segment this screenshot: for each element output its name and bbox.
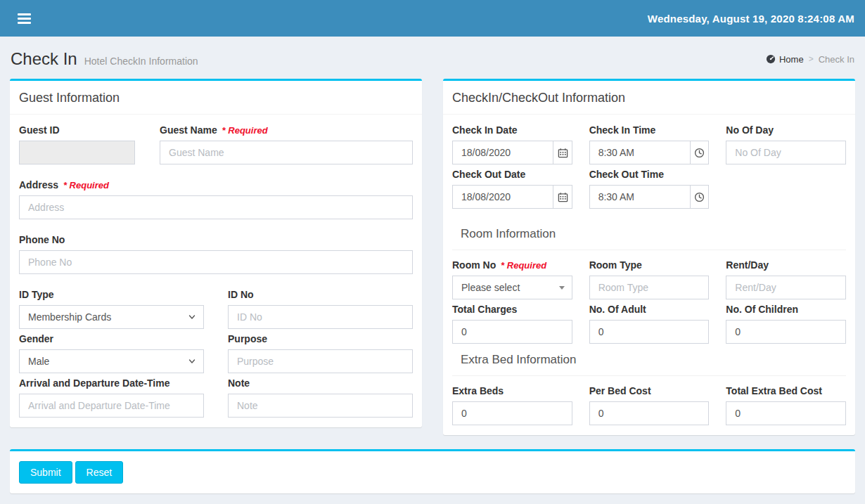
check-out-time-picker-button[interactable] bbox=[690, 185, 709, 209]
dashboard-icon bbox=[766, 54, 776, 64]
check-in-date-label: Check In Date bbox=[452, 124, 572, 136]
breadcrumb: Home > Check In bbox=[766, 54, 854, 65]
breadcrumb-home-link[interactable]: Home bbox=[766, 54, 804, 65]
room-type-field-group: Room Type bbox=[589, 259, 710, 299]
guest-name-input[interactable] bbox=[160, 141, 413, 164]
breadcrumb-current: Check In bbox=[819, 54, 854, 65]
room-information-heading: Room Information bbox=[452, 227, 846, 250]
check-out-date-input[interactable] bbox=[452, 185, 553, 209]
arrival-departure-field-group: Arrival and Departure Date-Time bbox=[19, 377, 204, 418]
checkin-checkout-panel: CheckIn/CheckOut Information Check In Da… bbox=[443, 79, 855, 435]
phone-input[interactable] bbox=[19, 250, 413, 274]
room-type-input[interactable] bbox=[589, 276, 710, 299]
purpose-label: Purpose bbox=[228, 333, 413, 344]
address-field-group: Address * Required bbox=[19, 179, 413, 219]
per-bed-cost-label: Per Bed Cost bbox=[589, 385, 710, 396]
hamburger-icon bbox=[18, 22, 31, 24]
clock-icon bbox=[694, 192, 705, 202]
room-no-field-group: Room No * Required Please select bbox=[452, 259, 572, 299]
no-of-children-label: No. Of Children bbox=[726, 304, 846, 315]
per-bed-cost-input[interactable] bbox=[589, 401, 710, 425]
checkinout-panel-header: CheckIn/CheckOut Information bbox=[443, 81, 855, 115]
per-bed-cost-field-group: Per Bed Cost bbox=[589, 385, 710, 425]
check-out-date-picker-button[interactable] bbox=[553, 185, 572, 209]
id-type-select[interactable]: Membership Cards bbox=[19, 305, 204, 329]
check-out-date-label: Check Out Date bbox=[452, 169, 572, 180]
id-type-field-group: ID Type Membership Cards bbox=[19, 289, 204, 329]
calendar-icon bbox=[558, 148, 568, 158]
phone-field-group: Phone No bbox=[19, 234, 413, 274]
address-input[interactable] bbox=[19, 195, 413, 219]
no-of-adult-input[interactable] bbox=[589, 320, 710, 344]
extra-beds-label: Extra Beds bbox=[452, 385, 572, 396]
check-in-date-input[interactable] bbox=[452, 141, 553, 164]
total-extra-bed-cost-field-group: Total Extra Bed Cost bbox=[726, 385, 846, 425]
guest-name-label: Guest Name * Required bbox=[160, 124, 413, 136]
page-header: Check In Hotel CheckIn Information Home … bbox=[10, 37, 855, 79]
calendar-icon bbox=[558, 192, 568, 202]
id-no-input[interactable] bbox=[228, 305, 413, 329]
guest-panel-title: Guest Information bbox=[19, 91, 413, 105]
total-charges-input[interactable] bbox=[452, 320, 572, 344]
extra-bed-information-heading: Extra Bed Information bbox=[452, 353, 846, 376]
check-in-time-field-group: Check In Time bbox=[589, 124, 710, 164]
extra-beds-input[interactable] bbox=[452, 401, 572, 425]
note-label: Note bbox=[228, 377, 413, 389]
clock-icon bbox=[694, 148, 705, 158]
datetime-display: Wednesday, August 19, 2020 8:24:08 AM bbox=[648, 13, 854, 25]
room-no-label: Room No * Required bbox=[452, 259, 572, 271]
hamburger-icon bbox=[18, 18, 31, 20]
check-in-time-label: Check In Time bbox=[589, 124, 710, 136]
total-extra-bed-cost-input[interactable] bbox=[726, 401, 846, 425]
arrival-departure-label: Arrival and Departure Date-Time bbox=[19, 377, 204, 389]
extra-beds-field-group: Extra Beds bbox=[452, 385, 572, 425]
no-of-children-input[interactable] bbox=[726, 320, 846, 344]
note-field-group: Note bbox=[228, 377, 413, 418]
id-no-field-group: ID No bbox=[228, 289, 413, 329]
arrival-departure-input[interactable] bbox=[19, 394, 204, 418]
sidebar-toggle-button[interactable] bbox=[11, 6, 39, 31]
page-subtitle: Hotel CheckIn Information bbox=[84, 56, 198, 67]
breadcrumb-separator: > bbox=[809, 54, 814, 64]
gender-select[interactable]: Male bbox=[19, 349, 204, 373]
top-navbar: Wednesday, August 19, 2020 8:24:08 AM bbox=[0, 0, 865, 37]
check-in-time-input[interactable] bbox=[589, 141, 690, 164]
check-out-date-field-group: Check Out Date bbox=[452, 169, 572, 209]
purpose-input[interactable] bbox=[228, 349, 413, 373]
check-out-time-input[interactable] bbox=[589, 185, 690, 209]
chevron-down-icon bbox=[188, 357, 196, 366]
form-actions-panel: Submit Reset bbox=[10, 449, 855, 493]
check-out-time-label: Check Out Time bbox=[589, 169, 710, 180]
id-type-label: ID Type bbox=[19, 289, 204, 300]
no-of-day-input[interactable] bbox=[726, 141, 846, 164]
gender-field-group: Gender Male bbox=[19, 333, 204, 373]
check-out-time-field-group: Check Out Time bbox=[589, 169, 710, 209]
required-indicator: * Required bbox=[222, 125, 268, 136]
check-in-date-field-group: Check In Date bbox=[452, 124, 572, 164]
reset-button[interactable]: Reset bbox=[75, 461, 124, 484]
checkinout-panel-title: CheckIn/CheckOut Information bbox=[452, 91, 846, 105]
total-charges-label: Total Charges bbox=[452, 304, 572, 315]
no-of-day-field-group: No Of Day bbox=[726, 124, 846, 164]
breadcrumb-home-label: Home bbox=[779, 54, 804, 65]
no-of-adult-label: No. Of Adult bbox=[589, 304, 710, 315]
check-in-time-picker-button[interactable] bbox=[690, 141, 709, 164]
guest-id-label: Guest ID bbox=[19, 124, 135, 136]
note-input[interactable] bbox=[228, 394, 413, 418]
phone-label: Phone No bbox=[19, 234, 413, 245]
caret-down-icon bbox=[559, 286, 565, 290]
room-type-label: Room Type bbox=[589, 259, 710, 271]
hamburger-icon bbox=[18, 13, 31, 15]
purpose-field-group: Purpose bbox=[228, 333, 413, 373]
room-no-select[interactable]: Please select bbox=[452, 276, 572, 299]
no-of-children-field-group: No. Of Children bbox=[726, 304, 846, 344]
check-in-date-picker-button[interactable] bbox=[553, 141, 572, 164]
no-of-adult-field-group: No. Of Adult bbox=[589, 304, 710, 344]
no-of-day-label: No Of Day bbox=[726, 124, 846, 136]
guest-panel-header: Guest Information bbox=[10, 81, 422, 115]
page-title: Check In bbox=[11, 49, 77, 69]
address-label: Address * Required bbox=[19, 179, 413, 190]
submit-button[interactable]: Submit bbox=[19, 461, 72, 484]
rent-day-input[interactable] bbox=[726, 276, 846, 299]
id-no-label: ID No bbox=[228, 289, 413, 300]
